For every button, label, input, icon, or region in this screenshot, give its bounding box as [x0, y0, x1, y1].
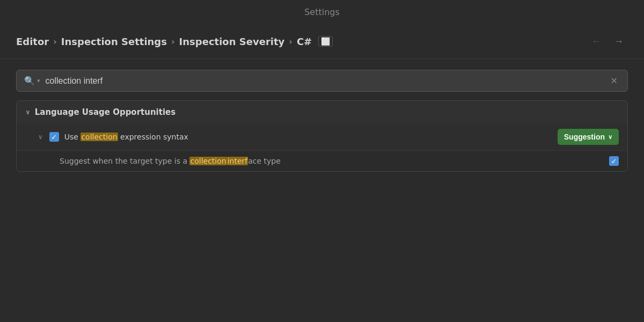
sub-highlight-collection: collection [189, 157, 226, 165]
breadcrumb-sep-2: › [171, 36, 175, 47]
breadcrumb-inspection-severity[interactable]: Inspection Severity [179, 36, 285, 47]
sub-checkmark-icon: ✓ [611, 157, 617, 165]
search-icon-area: 🔍 ▾ [24, 76, 40, 86]
item-label-before: Use [64, 133, 81, 141]
search-input[interactable] [46, 76, 609, 86]
severity-label: Suggestion [564, 133, 605, 141]
checkmark-icon: ✓ [51, 133, 57, 141]
sub-text-after: ace type [248, 157, 281, 165]
tree-container: ∨ Language Usage Opportunities ∨ ✓ Use c… [16, 100, 628, 172]
sub-highlight-interf: interf [227, 157, 248, 165]
back-button[interactable]: ← [587, 34, 605, 49]
search-dropdown-arrow[interactable]: ▾ [37, 77, 40, 84]
search-clear-button[interactable]: ✕ [609, 75, 620, 87]
group-header: ∨ Language Usage Opportunities [17, 101, 627, 123]
breadcrumb-sep-3: › [289, 36, 292, 47]
tree-item-collection: ∨ ✓ Use collection expression syntax Sug… [17, 123, 627, 150]
breadcrumb-csharp[interactable]: C# [297, 36, 312, 47]
app-title: Settings [304, 7, 340, 17]
item-label-middle: expression syntax [118, 133, 188, 141]
item-label: Use collection expression syntax [64, 133, 552, 141]
item-checkbox[interactable]: ✓ [49, 132, 59, 142]
severity-chevron-icon: ∨ [608, 134, 612, 141]
breadcrumb-editor[interactable]: Editor [16, 36, 49, 47]
search-bar: 🔍 ▾ ✕ [16, 70, 628, 92]
group-chevron[interactable]: ∨ [25, 108, 31, 116]
breadcrumb-sep-1: › [53, 36, 57, 47]
window-icon: ⬜ [318, 36, 333, 47]
sub-item-text: Suggest when the target type is a collec… [60, 157, 604, 165]
forward-button[interactable]: → [610, 34, 628, 49]
breadcrumb-inspection-settings[interactable]: Inspection Settings [61, 36, 167, 47]
item-chevron[interactable]: ∨ [38, 133, 43, 141]
sub-text-before: Suggest when the target type is a [60, 157, 189, 165]
group-label: Language Usage Opportunities [35, 107, 175, 117]
top-bar: Settings [0, 0, 644, 24]
severity-dropdown[interactable]: Suggestion ∨ [558, 129, 619, 145]
breadcrumb: Editor › Inspection Settings › Inspectio… [16, 36, 333, 47]
sub-item-checkbox[interactable]: ✓ [609, 156, 619, 166]
nav-arrows: ← → [587, 34, 628, 49]
item-highlight-collection: collection [80, 133, 118, 141]
sub-item-suggest: Suggest when the target type is a collec… [17, 150, 627, 171]
search-icon: 🔍 [24, 76, 35, 86]
breadcrumb-row: Editor › Inspection Settings › Inspectio… [0, 24, 644, 59]
main-content: 🔍 ▾ ✕ ∨ Language Usage Opportunities ∨ ✓… [0, 59, 644, 182]
